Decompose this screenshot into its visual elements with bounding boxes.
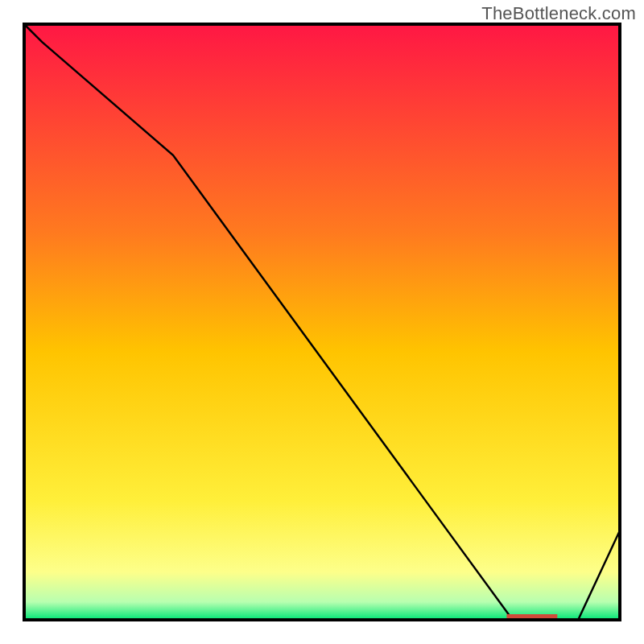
watermark-text: TheBottleneck.com [481, 3, 636, 24]
plot-background [24, 24, 620, 620]
chart-stage: TheBottleneck.com [0, 0, 644, 644]
chart-svg [0, 0, 644, 644]
